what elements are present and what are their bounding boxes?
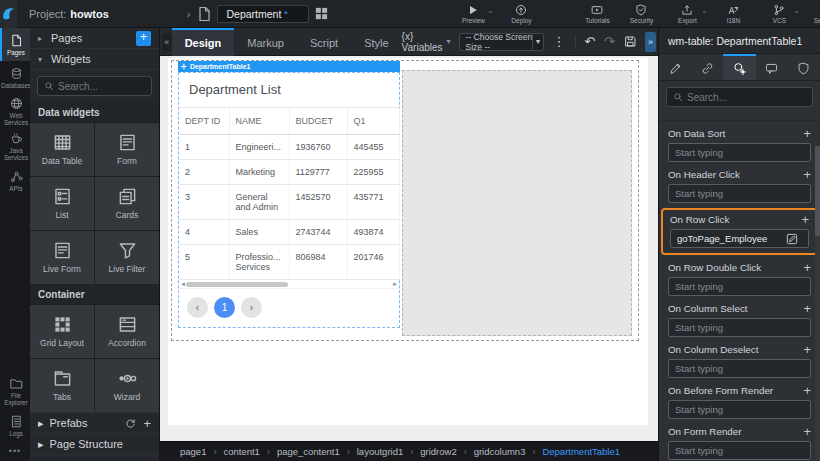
- event-input[interactable]: Start typing: [668, 143, 811, 162]
- pagination-page-1[interactable]: 1: [214, 297, 235, 318]
- rail-item-java-services[interactable]: Java Services: [0, 129, 30, 164]
- collapse-left-panel-button[interactable]: «: [162, 33, 172, 51]
- tab-style[interactable]: Style: [351, 28, 401, 56]
- table-row[interactable]: 1Engineeri...1936760445455: [179, 135, 399, 160]
- event-input[interactable]: goToPage_Employee: [670, 229, 809, 248]
- widgets-section-header[interactable]: ▾ Widgets: [30, 49, 159, 70]
- pages-section-header[interactable]: ▸ Pages +: [30, 28, 159, 49]
- page-selector[interactable]: Department*: [196, 5, 329, 23]
- topbar-action-vcs[interactable]: VCS⌄: [757, 0, 801, 28]
- page-name-field[interactable]: Department*: [217, 5, 309, 23]
- rail-item-apis[interactable]: APIs: [0, 164, 30, 197]
- scrollbar-thumb[interactable]: [186, 282, 288, 287]
- edit-event-button[interactable]: [782, 230, 802, 247]
- widget-search[interactable]: [37, 76, 152, 96]
- topbar-action-i18n[interactable]: i18N: [711, 0, 755, 28]
- add-event-button[interactable]: +: [801, 214, 809, 225]
- tab-script[interactable]: Script: [297, 28, 351, 56]
- pages-grid-icon[interactable]: [314, 6, 329, 21]
- event-input[interactable]: Start typing: [668, 359, 811, 378]
- grid-column-placeholder[interactable]: [402, 70, 632, 336]
- table-row[interactable]: 5Professio... Services806984201746: [179, 245, 399, 280]
- tab-design[interactable]: Design: [172, 28, 235, 56]
- rail-item-web-services[interactable]: Web Services: [0, 94, 30, 129]
- add-event-button[interactable]: +: [803, 128, 811, 139]
- page-artboard[interactable]: ✛DepartmentTable1 Department List DEPT I…: [168, 58, 648, 425]
- panel-tab-evsearch[interactable]: [723, 54, 755, 80]
- panel-tab-link[interactable]: [691, 54, 723, 80]
- add-event-button[interactable]: +: [803, 303, 811, 314]
- breadcrumb-item-content1[interactable]: content1: [223, 446, 259, 457]
- more-options-kebab[interactable]: ⋮: [553, 34, 566, 49]
- widget-tile-list[interactable]: List: [30, 177, 94, 230]
- breadcrumb-item-page_content1[interactable]: page_content1: [277, 446, 340, 457]
- refresh-icon[interactable]: [125, 418, 136, 429]
- panel-tab-chat[interactable]: [756, 54, 788, 80]
- add-event-button[interactable]: +: [803, 262, 811, 273]
- design-canvas[interactable]: ✛DepartmentTable1 Department List DEPT I…: [160, 56, 658, 441]
- topbar-action-preview[interactable]: Preview⌄: [451, 0, 495, 28]
- topbar-action-tutorials[interactable]: Tutorials: [575, 0, 619, 28]
- wavemaker-logo-icon[interactable]: [0, 0, 17, 28]
- rail-item-logs[interactable]: Logs: [0, 409, 30, 442]
- event-input[interactable]: Start typing: [668, 277, 811, 296]
- breadcrumb-item-layoutgrid1[interactable]: layoutgrid1: [357, 446, 403, 457]
- widget-tile-live-form[interactable]: Live Form: [30, 231, 94, 284]
- widget-tile-cards[interactable]: Cards: [95, 177, 159, 230]
- breadcrumb-item-gridcolumn3[interactable]: gridcolumn3: [474, 446, 526, 457]
- table-row[interactable]: 2Marketing1129777225955: [179, 160, 399, 185]
- event-input[interactable]: Start typing: [668, 400, 811, 419]
- breadcrumb-item-gridrow2[interactable]: gridrow2: [420, 446, 456, 457]
- rail-item-file-explorer[interactable]: File Explorer: [0, 374, 30, 409]
- table-column-header[interactable]: BUDGET: [289, 108, 347, 135]
- rail-item-pages[interactable]: Pages: [0, 28, 30, 61]
- redo-button[interactable]: ↷: [604, 34, 615, 49]
- events-search-input[interactable]: [687, 92, 806, 103]
- event-input[interactable]: Start typing: [668, 318, 811, 337]
- topbar-action-deploy[interactable]: Deploy: [499, 0, 543, 28]
- widget-tile-wizard[interactable]: Wizard: [95, 359, 159, 412]
- table-row[interactable]: 4Sales2743744493874: [179, 220, 399, 245]
- pagination-next-button[interactable]: ›: [241, 297, 262, 318]
- panel-tab-shieldo[interactable]: [788, 54, 820, 80]
- tab-markup[interactable]: Markup: [234, 28, 297, 56]
- table-column-header[interactable]: DEPT ID: [179, 108, 229, 135]
- widget-tile-tabs[interactable]: Tabs: [30, 359, 94, 412]
- topbar-action-security[interactable]: Security: [619, 0, 663, 28]
- add-event-button[interactable]: +: [803, 426, 811, 437]
- variables-dropdown[interactable]: {x} Variables ▾: [402, 31, 451, 53]
- rail-item-databases[interactable]: Databases: [0, 61, 30, 94]
- events-search[interactable]: [666, 87, 813, 107]
- table-horizontal-scrollbar[interactable]: ◄ ►: [179, 280, 399, 289]
- add-event-button[interactable]: +: [803, 344, 811, 355]
- scroll-right-arrow-icon[interactable]: ►: [392, 280, 398, 289]
- widget-search-input[interactable]: [58, 81, 145, 92]
- panel-scrollbar[interactable]: [815, 146, 820, 461]
- screen-size-select[interactable]: -- Choose Screen Size -- ▼: [459, 33, 544, 51]
- widget-tile-grid-layout[interactable]: Grid Layout: [30, 305, 94, 358]
- panel-scrollbar-thumb[interactable]: [815, 146, 820, 236]
- table-row[interactable]: 3General and Admin1452570435771: [179, 185, 399, 220]
- pagination-prev-button[interactable]: ‹: [187, 297, 208, 318]
- selected-widget-label[interactable]: ✛DepartmentTable1: [178, 61, 400, 72]
- topbar-action-export[interactable]: Export⌄: [665, 0, 709, 28]
- save-button[interactable]: [624, 35, 637, 48]
- add-event-button[interactable]: +: [803, 385, 811, 396]
- table-column-header[interactable]: NAME: [229, 108, 289, 135]
- accordion-page-structure[interactable]: ▸Page Structure: [30, 433, 159, 454]
- undo-button[interactable]: ↶: [584, 34, 595, 49]
- widget-tile-form[interactable]: Form: [95, 123, 159, 176]
- department-table-widget[interactable]: Department List DEPT IDNAMEBUDGETQ1 1Eng…: [178, 72, 400, 328]
- event-input[interactable]: Start typing: [668, 441, 811, 460]
- widget-tile-live-filter[interactable]: Live Filter: [95, 231, 159, 284]
- event-input[interactable]: Start typing: [668, 184, 811, 203]
- breadcrumb-item-departmenttable1[interactable]: DepartmentTable1: [542, 446, 620, 457]
- expand-right-panel-button[interactable]: »: [645, 32, 656, 52]
- breadcrumb-item-page1[interactable]: page1: [180, 446, 206, 457]
- accordion-prefabs[interactable]: ▸Prefabs+: [30, 412, 159, 433]
- topbar-action-settings[interactable]: Settings⌄: [803, 0, 820, 28]
- add-page-button[interactable]: +: [136, 31, 151, 46]
- widget-tile-data-table[interactable]: Data Table: [30, 123, 94, 176]
- add-event-button[interactable]: +: [803, 169, 811, 180]
- accordion-variables[interactable]: ▸Variables: [30, 454, 159, 461]
